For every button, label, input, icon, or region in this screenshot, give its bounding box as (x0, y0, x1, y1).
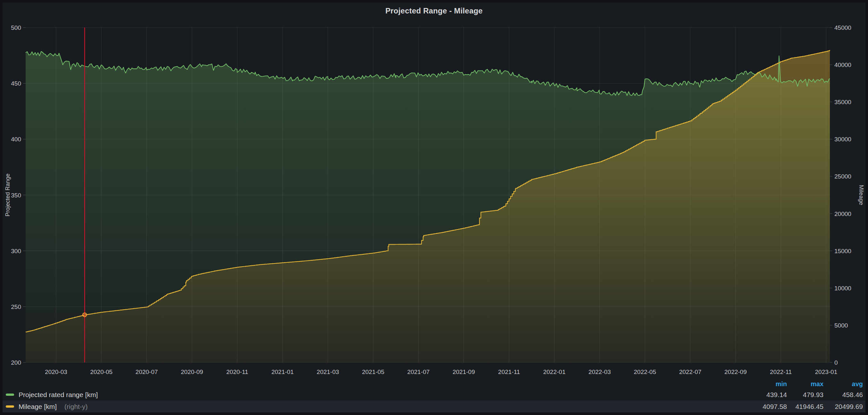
series-color-swatch-green (6, 393, 14, 396)
svg-text:2023-01: 2023-01 (815, 368, 838, 375)
legend-header-max[interactable]: max (787, 380, 824, 388)
svg-text:2022-05: 2022-05 (634, 368, 656, 375)
svg-text:45000: 45000 (834, 24, 851, 31)
svg-text:35000: 35000 (834, 99, 851, 106)
svg-text:2020-11: 2020-11 (226, 368, 248, 375)
stat-max: 41946.45 (787, 403, 824, 411)
legend: min max avg Projected rated range [km] 4… (3, 379, 865, 412)
svg-text:300: 300 (11, 248, 21, 255)
legend-header-avg[interactable]: avg (824, 380, 863, 388)
svg-text:200: 200 (11, 359, 21, 366)
svg-text:2021-03: 2021-03 (316, 368, 339, 375)
stat-max: 479.93 (787, 391, 824, 399)
stat-min: 4097.58 (749, 403, 787, 411)
legend-item-projected-range[interactable]: Projected rated range [km] 439.14 479.93… (3, 389, 865, 401)
svg-text:400: 400 (11, 136, 21, 143)
right-axis-title: Mileage (858, 185, 865, 205)
legend-item-mileage[interactable]: Mileage [km] (right-y) 4097.58 41946.45 … (3, 401, 865, 412)
left-axis-title: Projected Range (4, 173, 11, 216)
legend-label[interactable]: Mileage [km] (19, 403, 57, 411)
grafana-panel: Projected Range - Mileage 50045040035030… (3, 3, 865, 412)
legend-header-min[interactable]: min (749, 380, 787, 388)
svg-text:500: 500 (11, 24, 21, 31)
chart-canvas[interactable]: 5004504003503002502004500040000350003000… (3, 3, 865, 412)
svg-text:2020-03: 2020-03 (45, 368, 67, 375)
svg-text:30000: 30000 (834, 136, 851, 143)
svg-text:2022-03: 2022-03 (589, 368, 611, 375)
legend-right-axis-note: (right-y) (64, 403, 88, 411)
svg-text:5000: 5000 (834, 322, 848, 329)
svg-text:250: 250 (11, 303, 21, 310)
svg-text:2020-05: 2020-05 (90, 368, 113, 375)
svg-text:2022-11: 2022-11 (770, 368, 792, 375)
svg-text:2022-01: 2022-01 (543, 368, 565, 375)
svg-text:2020-09: 2020-09 (181, 368, 203, 375)
svg-text:15000: 15000 (834, 248, 851, 255)
svg-text:2022-09: 2022-09 (724, 368, 747, 375)
legend-stats-header: min max avg (3, 379, 865, 389)
svg-text:2021-01: 2021-01 (271, 368, 294, 375)
stat-avg: 458.46 (824, 391, 863, 399)
svg-text:350: 350 (11, 192, 21, 199)
svg-text:2021-05: 2021-05 (362, 368, 384, 375)
svg-text:2022-07: 2022-07 (679, 368, 702, 375)
svg-text:20000: 20000 (834, 211, 851, 217)
svg-text:2021-11: 2021-11 (498, 368, 520, 375)
stat-min: 439.14 (749, 391, 787, 399)
series-color-swatch-yellow (6, 405, 14, 408)
svg-text:0: 0 (834, 359, 838, 366)
legend-label[interactable]: Projected rated range [km] (19, 391, 98, 399)
svg-text:450: 450 (11, 80, 21, 87)
svg-text:2021-07: 2021-07 (407, 368, 430, 375)
svg-text:2020-07: 2020-07 (135, 368, 158, 375)
svg-text:2021-09: 2021-09 (453, 368, 475, 375)
svg-text:10000: 10000 (834, 285, 851, 292)
svg-text:25000: 25000 (834, 173, 851, 180)
stat-avg: 20499.69 (824, 403, 863, 411)
svg-text:40000: 40000 (834, 62, 851, 68)
